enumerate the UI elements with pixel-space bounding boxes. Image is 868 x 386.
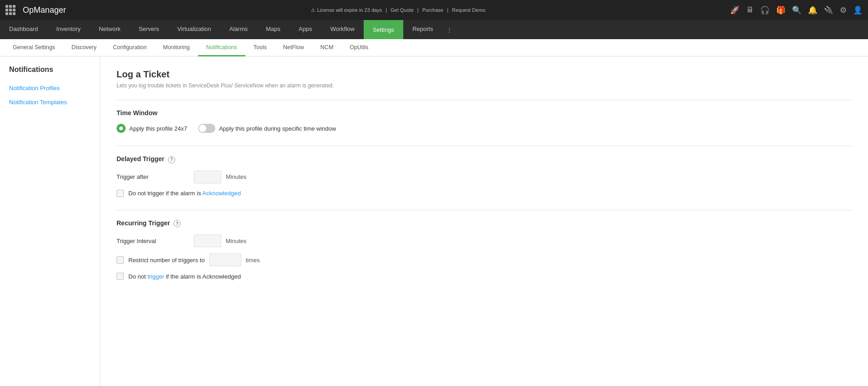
sub-nav-configuration[interactable]: Configuration — [105, 39, 155, 56]
gift-icon[interactable]: 🎁 — [776, 5, 786, 15]
trigger-interval-row: Trigger Interval Minutes — [117, 234, 852, 247]
rocket-icon[interactable]: 🚀 — [730, 5, 740, 15]
sidebar-item-notification-templates[interactable]: Notification Templates — [0, 95, 100, 109]
recurring-do-not-trigger-label: Do not trigger if the alarm is Acknowled… — [128, 273, 241, 280]
license-notice: ⚠ License will expire in 23 days — [311, 7, 382, 13]
app-name: OpManager — [23, 5, 66, 15]
nav-item-network[interactable]: Network — [90, 20, 130, 39]
recurring-do-not-trigger-row: Do not trigger if the alarm is Acknowled… — [117, 273, 852, 280]
license-text: License will expire in 23 days — [317, 7, 382, 13]
nav-item-apps[interactable]: Apps — [289, 20, 321, 39]
nav-more-button[interactable]: ⋮ — [442, 20, 457, 39]
nav-item-settings[interactable]: Settings — [364, 20, 403, 39]
delayed-trigger-checkbox-label: Do not trigger if the alarm is Acknowled… — [128, 190, 241, 197]
divider-1 — [117, 100, 852, 100]
delayed-trigger-section: Delayed Trigger ? Trigger after Minutes … — [117, 155, 852, 197]
plug-icon[interactable]: 🔌 — [824, 5, 833, 15]
delayed-trigger-checkbox[interactable] — [117, 190, 124, 197]
license-icon: ⚠ — [311, 7, 315, 13]
app-grid-icon — [5, 5, 15, 15]
app-logo-area: OpManager — [5, 5, 66, 15]
request-demo-link[interactable]: Request Demo — [452, 7, 485, 13]
trigger-after-label: Trigger after — [117, 173, 189, 180]
separator: | — [386, 7, 387, 13]
nav-item-reports[interactable]: Reports — [403, 20, 442, 39]
trigger-after-unit: Minutes — [226, 173, 247, 180]
divider-2 — [117, 146, 852, 146]
sub-nav-oputils[interactable]: OpUtils — [341, 39, 376, 56]
sub-nav-tools[interactable]: Tools — [245, 39, 275, 56]
nav-item-dashboard[interactable]: Dashboard — [0, 20, 47, 39]
restrict-triggers-row: Restrict number of triggers to times — [117, 254, 852, 266]
radio-circle-24x7 — [117, 124, 126, 133]
trigger-interval-input[interactable] — [194, 234, 221, 247]
time-window-section: Time Window Apply this profile 24x7 Appl… — [117, 109, 852, 133]
trigger-interval-label: Trigger Interval — [117, 238, 189, 244]
sub-nav-monitoring[interactable]: Monitoring — [155, 39, 198, 56]
separator: | — [417, 7, 419, 13]
trigger-after-row: Trigger after Minutes — [117, 171, 852, 183]
highlight-acknowledged: Acknowledged — [203, 190, 241, 197]
radio-option-specific[interactable]: Apply this profile during specific time … — [198, 124, 336, 133]
sub-nav-discovery[interactable]: Discovery — [63, 39, 105, 56]
nav-item-workflow[interactable]: Workflow — [321, 20, 364, 39]
sidebar: Notifications Notification Profiles Noti… — [0, 56, 100, 386]
recurring-trigger-title: Recurring Trigger ? — [117, 219, 852, 228]
sub-nav: General Settings Discovery Configuration… — [0, 39, 868, 56]
divider-3 — [117, 210, 852, 210]
page-subtitle: Lets you log trouble tickets in ServiceD… — [117, 82, 852, 89]
recurring-do-not-trigger-checkbox[interactable] — [117, 273, 124, 280]
nav-item-servers[interactable]: Servers — [130, 20, 168, 39]
sub-nav-netflow[interactable]: NetFlow — [275, 39, 312, 56]
monitor-icon[interactable]: 🖥 — [746, 5, 754, 15]
bell-icon[interactable]: 🔔 — [808, 5, 817, 15]
nav-item-inventory[interactable]: Inventory — [47, 20, 90, 39]
restrict-triggers-checkbox[interactable] — [117, 256, 124, 264]
nav-item-alarms[interactable]: Alarms — [220, 20, 257, 39]
toggle-specific-time[interactable] — [198, 124, 215, 133]
radio-option-24x7[interactable]: Apply this profile 24x7 — [117, 124, 187, 133]
top-bar: OpManager ⚠ License will expire in 23 da… — [0, 0, 868, 20]
content-wrapper: Notifications Notification Profiles Noti… — [0, 56, 868, 386]
search-icon[interactable]: 🔍 — [792, 5, 802, 15]
delayed-trigger-checkbox-row: Do not trigger if the alarm is Acknowled… — [117, 190, 852, 197]
restrict-triggers-label: Restrict number of triggers to — [128, 257, 205, 264]
main-nav: Dashboard Inventory Network Servers Virt… — [0, 20, 868, 39]
radio-label-24x7: Apply this profile 24x7 — [129, 125, 187, 132]
trigger-after-input[interactable] — [194, 171, 221, 183]
nav-item-virtualization[interactable]: Virtualization — [168, 20, 220, 39]
time-window-title: Time Window — [117, 109, 852, 117]
top-bar-icons: 🚀 🖥 🎧 🎁 🔍 🔔 🔌 ⚙ 👤 — [730, 5, 863, 15]
page-title: Log a Ticket — [117, 69, 852, 80]
sub-nav-ncm[interactable]: NCM — [312, 39, 341, 56]
delayed-trigger-help-icon[interactable]: ? — [168, 156, 175, 163]
recurring-trigger-help-icon[interactable]: ? — [173, 220, 181, 227]
nav-item-maps[interactable]: Maps — [257, 20, 289, 39]
radio-label-specific: Apply this profile during specific time … — [219, 125, 336, 132]
sub-nav-general-settings[interactable]: General Settings — [5, 39, 63, 56]
sidebar-item-notification-profiles[interactable]: Notification Profiles — [0, 81, 100, 95]
user-icon[interactable]: 👤 — [853, 5, 863, 15]
time-window-radio-group: Apply this profile 24x7 Apply this profi… — [117, 124, 852, 133]
delayed-trigger-title: Delayed Trigger ? — [117, 155, 852, 163]
highlight-trigger: trigger — [147, 273, 164, 280]
trigger-interval-unit: Minutes — [226, 238, 247, 244]
separator: | — [447, 7, 448, 13]
sidebar-title: Notifications — [0, 66, 100, 81]
restrict-triggers-input[interactable] — [209, 254, 241, 266]
settings-icon[interactable]: ⚙ — [840, 5, 847, 15]
sub-nav-notifications[interactable]: Notifications — [198, 39, 245, 56]
restrict-triggers-unit: times — [246, 257, 260, 264]
main-content: Log a Ticket Lets you log trouble ticket… — [100, 56, 868, 386]
purchase-link[interactable]: Purchase — [422, 7, 443, 13]
license-area: ⚠ License will expire in 23 days | Get Q… — [311, 7, 486, 13]
recurring-trigger-section: Recurring Trigger ? Trigger Interval Min… — [117, 219, 852, 280]
support-icon[interactable]: 🎧 — [760, 5, 770, 15]
get-quote-link[interactable]: Get Quote — [391, 7, 414, 13]
